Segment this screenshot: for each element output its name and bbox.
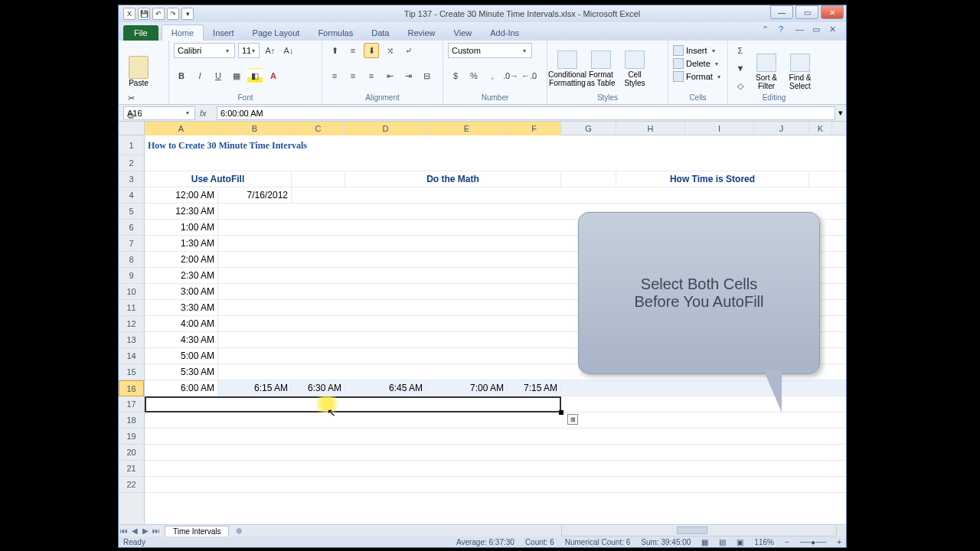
- tab-nav-first-icon[interactable]: ⏮: [119, 527, 129, 535]
- cell-label-domath[interactable]: Do the Math: [345, 171, 561, 187]
- col-header[interactable]: D: [345, 122, 426, 135]
- row-header[interactable]: 14: [119, 348, 144, 364]
- orientation-icon[interactable]: ⤭: [382, 43, 397, 58]
- cell[interactable]: 3:00 AM: [145, 284, 218, 299]
- sheet-tab[interactable]: Time Intervals: [165, 526, 229, 536]
- cell[interactable]: 7/16/2012: [218, 187, 292, 203]
- col-header[interactable]: A: [145, 122, 218, 135]
- cell[interactable]: 4:00 AM: [145, 316, 218, 331]
- help-icon[interactable]: ?: [779, 24, 791, 37]
- select-all-corner[interactable]: [119, 122, 144, 135]
- inc-decimal-icon[interactable]: .0→: [503, 68, 518, 83]
- col-header[interactable]: K: [809, 122, 832, 135]
- row-header[interactable]: 11: [119, 300, 144, 316]
- save-icon[interactable]: 💾: [138, 8, 150, 20]
- redo-icon[interactable]: ↷: [167, 8, 179, 20]
- fill-color-button[interactable]: ◧: [247, 68, 263, 83]
- window-restore-icon[interactable]: ▭: [812, 24, 825, 37]
- window-min-icon[interactable]: —: [795, 24, 808, 37]
- minimize-button[interactable]: —: [770, 5, 793, 19]
- horizontal-scrollbar[interactable]: [561, 524, 837, 536]
- merge-center-icon[interactable]: ⊟: [419, 68, 434, 83]
- row-header[interactable]: 1: [119, 135, 144, 155]
- find-select-button[interactable]: Find & Select: [785, 46, 815, 90]
- comma-icon[interactable]: ,: [485, 68, 500, 83]
- tab-addins[interactable]: Add-Ins: [481, 25, 528, 41]
- align-center-icon[interactable]: ≡: [345, 68, 361, 83]
- tab-nav-next-icon[interactable]: ▶: [140, 527, 151, 535]
- zoom-slider[interactable]: ──●──: [800, 538, 826, 546]
- row-header[interactable]: 13: [119, 332, 144, 348]
- zoom-in-icon[interactable]: +: [837, 538, 841, 546]
- insert-cells-button[interactable]: Insert▾: [673, 45, 723, 56]
- row-header[interactable]: 7: [119, 236, 144, 252]
- paste-button[interactable]: Paste: [123, 43, 154, 87]
- italic-button[interactable]: I: [192, 68, 207, 83]
- wrap-text-icon[interactable]: ⤶: [400, 43, 416, 58]
- cell[interactable]: 5:00 AM: [145, 348, 218, 364]
- expand-formula-bar-icon[interactable]: ▾: [835, 108, 846, 118]
- cell[interactable]: 1:00 AM: [145, 220, 218, 235]
- view-normal-icon[interactable]: ▦: [701, 538, 708, 546]
- col-header[interactable]: H: [616, 122, 685, 135]
- cell-label-stored[interactable]: How Time is Stored: [616, 171, 809, 187]
- cell[interactable]: 6:15 AM: [218, 380, 292, 396]
- autofill-options-icon[interactable]: ⊞: [567, 414, 578, 425]
- tab-file[interactable]: File: [123, 25, 158, 41]
- tab-insert[interactable]: Insert: [204, 25, 243, 41]
- fill-icon[interactable]: ▼: [733, 60, 748, 76]
- zoom-level[interactable]: 116%: [754, 538, 774, 546]
- minimize-ribbon-icon[interactable]: ⌃: [762, 24, 774, 37]
- row-header[interactable]: 18: [119, 412, 144, 429]
- undo-icon[interactable]: ↶: [152, 8, 165, 20]
- tab-nav-prev-icon[interactable]: ◀: [129, 527, 140, 535]
- tab-page-layout[interactable]: Page Layout: [243, 25, 309, 41]
- percent-icon[interactable]: %: [466, 68, 482, 83]
- row-header[interactable]: 21: [119, 461, 144, 477]
- sort-filter-button[interactable]: Sort & Filter: [751, 46, 782, 90]
- col-header[interactable]: F: [508, 122, 561, 135]
- cell[interactable]: 1:30 AM: [145, 236, 218, 251]
- tab-data[interactable]: Data: [362, 25, 398, 41]
- currency-icon[interactable]: $: [448, 68, 463, 83]
- autosum-icon[interactable]: Σ: [733, 43, 748, 58]
- conditional-formatting-button[interactable]: Conditional Formatting: [552, 43, 583, 87]
- font-size-select[interactable]: 11▾: [238, 43, 260, 58]
- row-header[interactable]: 17: [119, 396, 144, 412]
- dec-decimal-icon[interactable]: ←.0: [521, 68, 537, 83]
- format-as-table-button[interactable]: Format as Table: [586, 43, 616, 87]
- cell[interactable]: 5:30 AM: [145, 364, 218, 380]
- tab-formulas[interactable]: Formulas: [309, 25, 362, 41]
- window-close-icon[interactable]: ✕: [829, 24, 841, 37]
- col-header[interactable]: G: [561, 122, 616, 135]
- row-header[interactable]: 9: [119, 268, 144, 284]
- cell[interactable]: 6:00 AM: [145, 380, 218, 396]
- cell[interactable]: 12:30 AM: [145, 204, 218, 219]
- new-sheet-icon[interactable]: ⊕: [234, 527, 244, 535]
- cell[interactable]: 3:30 AM: [145, 300, 218, 315]
- view-layout-icon[interactable]: ▤: [719, 538, 726, 546]
- number-format-select[interactable]: Custom▾: [448, 43, 532, 58]
- align-middle-icon[interactable]: ≡: [345, 43, 361, 58]
- view-pagebreak-icon[interactable]: ▣: [737, 538, 743, 546]
- zoom-out-icon[interactable]: −: [785, 538, 789, 546]
- row-header[interactable]: 8: [119, 252, 144, 268]
- row-header[interactable]: 3: [119, 171, 144, 187]
- cell-styles-button[interactable]: Cell Styles: [619, 43, 650, 87]
- col-header[interactable]: C: [292, 122, 345, 135]
- fill-handle[interactable]: [559, 410, 564, 415]
- align-bottom-icon[interactable]: ⬇: [364, 43, 379, 58]
- indent-inc-icon[interactable]: ⇥: [400, 68, 416, 83]
- maximize-button[interactable]: ▭: [795, 5, 818, 19]
- align-left-icon[interactable]: ≡: [327, 68, 342, 83]
- col-header[interactable]: J: [754, 122, 809, 135]
- row-header[interactable]: 16: [119, 380, 144, 396]
- row-header[interactable]: 10: [119, 284, 144, 300]
- tab-view[interactable]: View: [445, 25, 482, 41]
- cell[interactable]: 6:30 AM: [292, 380, 345, 396]
- border-button[interactable]: ▦: [229, 68, 244, 83]
- cell[interactable]: 6:45 AM: [345, 380, 426, 396]
- underline-button[interactable]: U: [211, 68, 226, 83]
- row-header[interactable]: 4: [119, 187, 144, 204]
- tab-review[interactable]: Review: [398, 25, 444, 41]
